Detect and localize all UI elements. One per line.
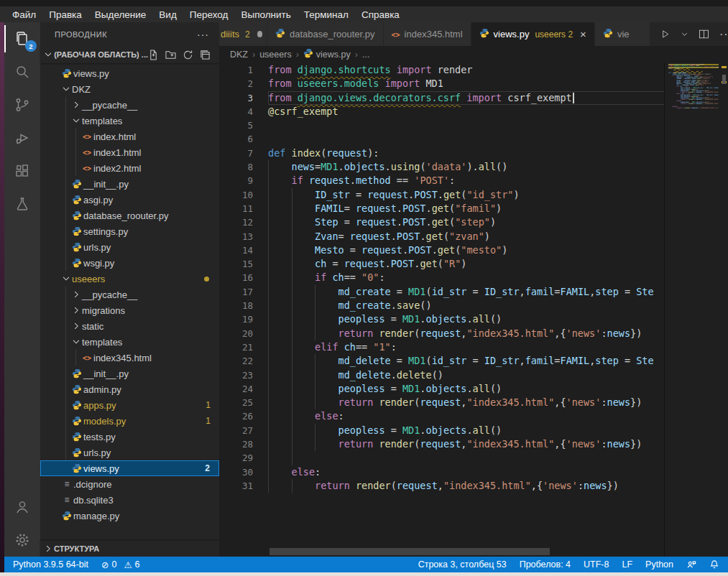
line-content[interactable]: peopless = MD1.objects.all() [268,312,665,326]
minimap[interactable]: from django.shortcuts import renderfrom … [668,64,719,109]
menu-item-Правка[interactable]: Правка [42,9,88,20]
tree-item-urls.py[interactable]: urls.py [40,445,219,460]
line-content[interactable]: if ch== "0": [268,271,665,284]
language-mode-item[interactable]: Python [645,559,673,570]
tree-item-DKZ[interactable]: DKZ [40,81,219,97]
code-line-14[interactable]: 14 Mesto = request.POST.get("mesto") [219,243,665,257]
code-line-2[interactable]: 2from useeers.models import MD1 [219,77,665,90]
line-content[interactable]: FAMIL= request.POST.get("famil") [268,202,665,215]
tab-diiits[interactable]: diiits2 [219,22,267,46]
line-content[interactable]: md_create = MD1(id_str = ID_str,famil=FA… [268,285,665,299]
line-content[interactable]: Step = request.POST.get("step") [268,215,665,229]
tree-item-database_roouter.py[interactable]: database_roouter.py [40,208,219,223]
tree-item-views.py[interactable]: views.py [40,65,219,81]
line-content[interactable] [268,451,665,465]
workspace-section-header[interactable]: (РАБОЧАЯ ОБЛАСТЬ) ... [40,46,219,63]
source-control-icon[interactable] [4,88,40,121]
cursor-position-item[interactable]: Строка 3, столбец 53 [418,559,507,570]
tree-item-manage.py[interactable]: manage.py [40,508,219,524]
testing-icon[interactable] [4,187,40,220]
run-python-file-icon[interactable] [659,28,671,40]
code-line-4[interactable]: 4@csrf_exempt [219,105,665,119]
search-icon[interactable] [4,55,40,88]
line-content[interactable]: from useeers.models import MD1 [268,77,665,90]
code-line-30[interactable]: 30 else: [219,465,665,479]
line-content[interactable]: return render(request,"index345.html",{'… [268,396,665,409]
tree-item-views.py[interactable]: views.py2 [40,460,219,476]
tree-item-wsgi.py[interactable]: wsgi.py [40,255,219,271]
tree-item-settings.py[interactable]: settings.py [40,223,219,239]
tree-item-db.sqlite3[interactable]: ≡db.sqlite3 [40,492,219,508]
sidebar-more-icon[interactable]: ··· [197,29,209,40]
code-line-6[interactable]: 6 [219,132,665,146]
line-content[interactable]: ID_str = request.POST.get("id_str") [268,188,665,202]
line-content[interactable]: from django.shortcuts import render [268,63,665,77]
new-folder-icon[interactable] [165,50,176,60]
problems-item[interactable]: ⊘ 0 ⚠ 6 [101,559,140,570]
tree-item-__pycache__[interactable]: __pycache__ [40,97,219,113]
code-line-27[interactable]: 27 peopless = MD1.objects.all() [219,424,665,437]
tree-item-models.py[interactable]: models.py1 [40,413,219,429]
eol-item[interactable]: LF [622,559,632,570]
line-content[interactable]: else: [268,409,665,423]
code-lines[interactable]: 1from django.shortcuts import render2fro… [219,63,665,547]
line-content[interactable]: peopless = MD1.objects.all() [268,424,665,437]
code-line-7[interactable]: 7def index(request): [219,147,665,160]
code-line-11[interactable]: 11 FAMIL= request.POST.get("famil") [219,202,665,215]
code-line-15[interactable]: 15 ch = request.POST.get("R") [219,257,665,271]
tree-item-.dcignore[interactable]: ≡.dcignore [40,476,219,492]
indentation-item[interactable]: Пробелов: 4 [520,559,571,570]
code-line-5[interactable]: 5 [219,119,665,132]
tree-item-templates[interactable]: templates [40,113,219,129]
line-content[interactable]: from django.views.decorators.csrf import… [268,91,665,105]
tree-item-__pycache__[interactable]: __pycache__ [40,287,219,302]
tree-item-migrations[interactable]: migrations [40,302,219,318]
tab-database_roouter.py[interactable]: database_roouter.py [267,22,384,46]
code-line-8[interactable]: 8 news=MD1.objects.using('daata').all() [219,160,665,174]
collapse-all-icon[interactable] [200,50,211,60]
code-line-16[interactable]: 16 if ch== "0": [219,271,665,284]
explorer-icon[interactable]: 2 [4,22,40,55]
breadcrumb-item[interactable]: DKZ [230,50,248,60]
extensions-icon[interactable] [4,154,40,187]
notifications-bell-icon[interactable] [709,559,719,570]
line-content[interactable]: if request.method == 'POST': [268,174,665,187]
tree-item-urls.py[interactable]: urls.py [40,239,219,255]
new-file-icon[interactable] [148,50,159,60]
line-content[interactable] [268,119,665,132]
code-line-18[interactable]: 18 md_create.save() [219,299,665,312]
tree-item-index2.html[interactable]: <>index2.html [40,160,219,176]
split-editor-icon[interactable] [698,28,710,40]
code-line-3[interactable]: 3from django.views.decorators.csrf impor… [219,91,665,105]
line-content[interactable]: @csrf_exempt [268,105,665,119]
run-dropdown-chevron-icon[interactable] [681,28,688,40]
line-content[interactable]: md_create.save() [268,299,665,312]
tree-item-index.html[interactable]: <>index.html [40,129,219,144]
tree-item-index345.html[interactable]: <>index345.html [40,350,219,366]
breadcrumb-item[interactable]: useeers [259,50,291,60]
code-line-22[interactable]: 22 md_delete = MD1(id_str = ID_str,famil… [219,354,665,368]
line-content[interactable]: Zvan= request.POST.get("zvan") [268,230,665,243]
account-icon[interactable] [4,491,40,524]
menu-item-Выполнить[interactable]: Выполнить [234,9,297,20]
tab-vie[interactable]: vie [595,22,650,46]
tab-views.py[interactable]: views.pyuseeers 2× [471,22,595,46]
horizontal-scrollbar-thumb[interactable] [269,548,550,555]
code-line-23[interactable]: 23 md_delete.delete() [219,368,665,382]
menu-item-Файл[interactable]: Файл [6,9,42,20]
code-line-13[interactable]: 13 Zvan= request.POST.get("zvan") [219,230,665,243]
code-line-26[interactable]: 26 else: [219,409,665,423]
code-line-17[interactable]: 17 md_create = MD1(id_str = ID_str,famil… [219,285,665,299]
line-content[interactable]: def index(request): [268,147,665,160]
line-content[interactable]: md_delete = MD1(id_str = ID_str,famil=FA… [268,354,665,368]
tree-item-useeers[interactable]: useeers [40,271,219,287]
line-content[interactable] [268,132,665,146]
line-content[interactable]: Mesto = request.POST.get("mesto") [268,243,665,257]
line-content[interactable]: else: [268,465,665,479]
settings-gear-icon[interactable] [4,524,40,557]
line-content[interactable]: elif ch== "1": [268,340,665,354]
code-line-24[interactable]: 24 peopless = MD1.objects.all() [219,382,665,396]
tree-item-apps.py[interactable]: apps.py1 [40,397,219,413]
tree-item-static[interactable]: static [40,318,219,334]
menu-item-Переход[interactable]: Переход [183,9,235,20]
